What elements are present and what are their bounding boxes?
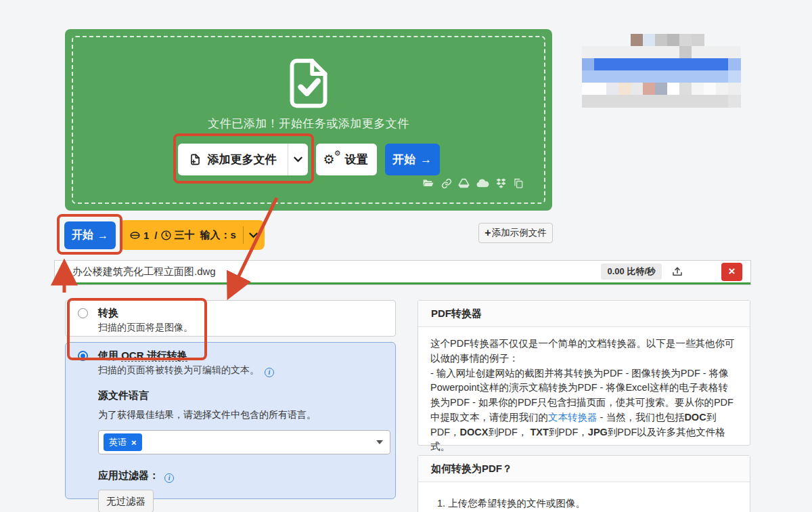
card-title-pdf-converter: PDF转换器 — [418, 301, 750, 327]
copy-paste-icon[interactable] — [513, 177, 524, 189]
upload-icon[interactable] — [671, 265, 683, 278]
cloud-icon[interactable] — [476, 178, 489, 188]
no-filter-button[interactable]: 无过滤器 — [98, 490, 154, 512]
dropbox-icon[interactable] — [495, 177, 507, 189]
plus-icon: + — [484, 227, 491, 239]
option-ocr[interactable]: 使用 OCR 进行转换 扫描的页面将被转换为可编辑的文本。 i 源文件语言 为了… — [65, 342, 396, 499]
start-label: 开始 — [392, 152, 415, 167]
dropzone-message: 文件已添加！开始任务或添加更多文件 — [208, 116, 409, 131]
card-title-how-to-convert: 如何转换为PDF？ — [418, 456, 750, 482]
radio-ocr-checked[interactable] — [78, 351, 88, 361]
description-text: - 当然，我们也包括 — [597, 412, 685, 423]
chevron-down-icon[interactable] — [249, 232, 258, 238]
coin-icon — [129, 230, 141, 241]
folder-open-icon[interactable] — [422, 177, 435, 189]
add-more-files-label: 添加更多文件 — [208, 152, 277, 167]
source-language-hint: 为了获得最佳结果，请选择文件中包含的所有语言。 — [98, 409, 387, 421]
apply-filter-heading: 应用过滤器： — [98, 469, 159, 481]
info-icon[interactable]: i — [164, 473, 174, 483]
description-text: 到PDF， — [488, 427, 530, 438]
document-check-icon — [280, 55, 337, 112]
description-text: 这个PDF转换器不仅仅是一个简单的文档转换器。以下是一些其他你可以做的事情的例子… — [430, 338, 735, 364]
option-convert-subtitle: 扫描的页面将是图像。 — [98, 322, 387, 334]
file-name: 办公楼建筑亮化工程立面图.dwg — [72, 265, 216, 278]
option-convert[interactable]: 转换 扫描的页面将是图像。 — [65, 300, 396, 337]
duration-value: 三十 — [175, 229, 195, 242]
remove-file-button[interactable]: × — [721, 263, 742, 281]
how-to-convert-card: 如何转换为PDF？ 1. 上传您希望转换的文件或图像。2. 根据需要选择可选设置… — [418, 455, 750, 512]
text-converter-link[interactable]: 文本转换器 — [548, 412, 597, 423]
start-button-main[interactable]: 开始 → — [64, 221, 116, 249]
description-text: DOC — [684, 412, 706, 423]
add-example-file-label: 添加示例文件 — [492, 227, 547, 239]
language-multiselect[interactable]: 英语 × — [98, 430, 390, 454]
source-language-heading: 源文件语言 — [98, 389, 387, 402]
description-text: JPG — [588, 427, 608, 438]
settings-label: 设置 — [345, 152, 368, 167]
clock-icon — [160, 230, 172, 241]
option-ocr-subtitle: 扫描的页面将被转换为可编辑的文本。 — [98, 364, 259, 375]
arrow-right-icon: → — [97, 230, 108, 242]
pdf-converter-description: 这个PDF转换器不仅仅是一个简单的文档转换器。以下是一些其他你可以做的事情的例子… — [418, 327, 750, 464]
radio-convert[interactable] — [78, 308, 88, 318]
start-button-dropzone[interactable]: 开始 → — [385, 144, 440, 175]
tag-remove-icon[interactable]: × — [131, 438, 137, 448]
language-tag-english: 英语 × — [104, 433, 142, 451]
option-ocr-title: OCR 进行转换 — [121, 349, 187, 362]
link-icon[interactable] — [441, 178, 452, 189]
pdf-converter-page: 文件已添加！开始任务或添加更多文件 添加更多文件 — [0, 0, 812, 512]
option-ocr-title-prefix: 使用 — [98, 349, 118, 361]
job-credits-dropdown[interactable]: 1 / 三十 输入：s — [120, 220, 265, 250]
description-text: 到PDF， — [549, 427, 588, 438]
uploaded-file-row: 办公楼建筑亮化工程立面图.dwg 0.00 比特/秒 × — [54, 260, 751, 285]
caret-down-icon — [376, 440, 383, 444]
gears-icon: ⚙⚙ — [325, 152, 340, 167]
separator: / — [154, 230, 157, 241]
chevron-down-icon — [294, 156, 302, 163]
add-example-file-button[interactable]: + 添加示例文件 — [478, 223, 553, 243]
arrow-right-icon: → — [420, 153, 432, 167]
start-label: 开始 — [72, 228, 93, 242]
how-to-steps: 1. 上传您希望转换的文件或图像。2. 根据需要选择可选设置，然后开始转换为PD… — [418, 482, 750, 512]
info-icon[interactable]: i — [265, 368, 274, 377]
description-text: TXT — [530, 427, 548, 438]
credits-count: 1 — [143, 230, 149, 241]
add-more-files-split-button: 添加更多文件 — [178, 144, 308, 175]
option-convert-title: 转换 — [98, 307, 118, 320]
upload-speed-badge: 0.00 比特/秒 — [601, 263, 662, 280]
divider — [243, 226, 244, 244]
add-more-files-button[interactable]: 添加更多文件 — [178, 144, 288, 175]
language-tag-label: 英语 — [109, 436, 127, 448]
blurred-ad-mosaic — [582, 34, 740, 107]
file-plus-icon — [189, 153, 202, 166]
pdf-converter-info-card: PDF转换器 这个PDF转换器不仅仅是一个简单的文档转换器。以下是一些其他你可以… — [418, 300, 750, 446]
description-text: DOCX — [460, 427, 489, 438]
google-drive-icon[interactable] — [458, 178, 470, 188]
settings-button[interactable]: ⚙⚙ 设置 — [316, 144, 377, 175]
how-to-step: 1. 上传您希望转换的文件或图像。 — [437, 496, 738, 512]
upload-progress-bar — [55, 282, 750, 284]
add-more-files-dropdown-toggle[interactable] — [288, 144, 308, 175]
dropzone-dashed-border: 文件已添加！开始任务或添加更多文件 添加更多文件 — [72, 36, 545, 204]
input-label: 输入：s — [200, 229, 236, 242]
file-dropzone[interactable]: 文件已添加！开始任务或添加更多文件 添加更多文件 — [65, 29, 552, 211]
